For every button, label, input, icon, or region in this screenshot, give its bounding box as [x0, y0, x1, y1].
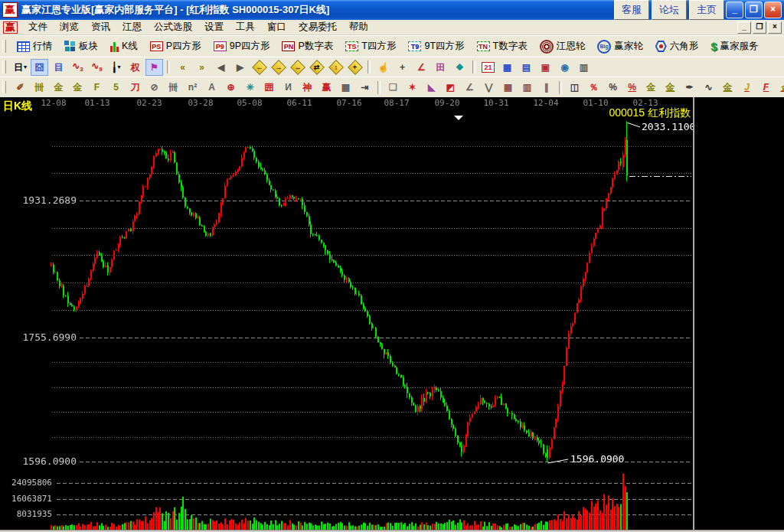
drag-hand-button[interactable]: ☝	[374, 59, 392, 76]
gold-circle-button[interactable]: 金	[642, 79, 660, 96]
zigzag-tool-button[interactable]: И	[279, 79, 297, 96]
expand-horizontal-button[interactable]: ↔	[289, 59, 306, 76]
wave-box-button[interactable]: ∿	[700, 79, 717, 96]
customer-service-button[interactable]: 客服	[614, 0, 649, 20]
ying-marker-button[interactable]: 赢	[318, 79, 335, 96]
menu-item-1[interactable]: 浏览	[54, 19, 85, 35]
toolbar-box-button-5[interactable]: PNP数字表	[276, 38, 339, 54]
expand-vertical-button[interactable]: ↕	[327, 59, 345, 76]
expand-x-button[interactable]: →	[270, 59, 287, 76]
gold-pyramid-a-button[interactable]: 金	[50, 79, 67, 96]
toolbar-dollar-button-12[interactable]: $赢家服务	[704, 38, 764, 54]
red-grid-box-button[interactable]: 囲	[260, 79, 278, 96]
toolbar-box-button-4[interactable]: P99P四方形	[207, 38, 276, 54]
ray-fan-button[interactable]: ✶	[403, 79, 421, 96]
gann-fan-button[interactable]: ◣	[423, 79, 440, 96]
parallel-lines-button[interactable]: ∥	[537, 79, 555, 96]
toolbar-box-button-6[interactable]: TST四方形	[339, 38, 402, 54]
toolbar-bigwheel-button-10[interactable]: Big赢家轮	[591, 38, 649, 55]
prev-screen-button[interactable]: ◀	[212, 59, 230, 76]
menu-item-3[interactable]: 江恩	[116, 19, 148, 35]
calculator-button[interactable]: ▦	[498, 59, 516, 76]
bar-dots-button[interactable]: ◫	[566, 79, 583, 96]
n-square-button[interactable]: n²	[184, 79, 201, 96]
shrink-x-button[interactable]: ←	[250, 59, 268, 76]
child-minimize-button[interactable]: _	[737, 21, 751, 34]
toolbar-grip[interactable]	[2, 40, 6, 54]
toolbar-box-button-8[interactable]: TNT数字表	[471, 38, 534, 54]
menu-item-8[interactable]: 交易委托	[292, 19, 343, 35]
width-arrow-button[interactable]: ⇥	[356, 79, 374, 96]
calendar-button[interactable]: 21	[479, 59, 497, 76]
save-image-button[interactable]: ▣	[537, 59, 554, 76]
candle-style-selector-button[interactable]: ╽▾	[107, 59, 125, 76]
menu-item-6[interactable]: 工具	[230, 19, 261, 35]
menu-item-9[interactable]: 帮助	[343, 19, 374, 35]
f-tool-button[interactable]: F	[88, 79, 106, 96]
menu-item-7[interactable]: 窗口	[261, 19, 292, 35]
shen-marker-button[interactable]: 神	[299, 79, 316, 96]
toolbar-candles-button-2[interactable]: K线	[104, 38, 144, 54]
title-bar[interactable]: 赢 赢家江恩专业版[赢家内部服务平台] - [红利指数 SH000015-307…	[0, 0, 784, 20]
toolbar-hexagon-button-11[interactable]: 六角形	[649, 38, 705, 54]
a-marker-button[interactable]: A	[203, 79, 220, 96]
angle-f-button[interactable]: F	[757, 79, 775, 96]
toolbar-grip[interactable]	[2, 81, 6, 94]
toolbar-box-button-7[interactable]: T99T四方形	[402, 38, 470, 54]
red-knife-button[interactable]: 刀	[126, 79, 144, 96]
comb-lines-2-button[interactable]: 卌	[165, 79, 182, 96]
percent-line-button[interactable]: %	[623, 79, 641, 96]
toolbar-box-button-3[interactable]: PSP四方形	[144, 38, 207, 54]
realtime-graph-toggle-button[interactable]: 囧	[31, 59, 48, 76]
restore-rights-button[interactable]: 权	[126, 59, 144, 76]
gold-pyramid-b-button[interactable]: 金	[69, 79, 87, 96]
menu-item-2[interactable]: 资讯	[85, 19, 116, 35]
print-button[interactable]: ▥	[575, 59, 593, 76]
minimize-button[interactable]: _	[726, 2, 743, 18]
swap-view-button[interactable]: ⇄	[308, 59, 325, 76]
comb-lines-button[interactable]: 卌	[31, 79, 48, 96]
angle-gold-button[interactable]: 金	[776, 79, 784, 96]
last-screen-button[interactable]: »	[193, 59, 211, 76]
restore-button[interactable]: ❐	[745, 2, 763, 18]
grid-a-button[interactable]: ▦	[499, 79, 517, 96]
toolbar-wheel-button-9[interactable]: 江恩轮	[534, 38, 592, 55]
percent-button[interactable]: %	[604, 79, 622, 96]
menu-item-0[interactable]: 文件	[22, 19, 54, 35]
menu-item-4[interactable]: 公式选股	[148, 19, 198, 35]
child-close-button[interactable]: ×	[768, 21, 782, 34]
next-screen-button[interactable]: ▶	[231, 59, 249, 76]
pen-ink-button[interactable]: ✒	[681, 79, 698, 96]
gann-grid-tool-button[interactable]: 田	[432, 59, 449, 76]
v-lines-button[interactable]: ⋁	[480, 79, 498, 96]
notepad-button[interactable]: ▤	[518, 59, 535, 76]
frame-tool-button[interactable]: ❏	[384, 79, 402, 96]
pattern-tool-button[interactable]: ❖	[451, 59, 469, 76]
info-list-button[interactable]: 目	[50, 59, 67, 76]
wave-9-button[interactable]: ∿9	[88, 59, 106, 76]
kline-canvas[interactable]	[0, 97, 693, 530]
homepage-button[interactable]: 主页	[689, 0, 724, 20]
angle-measure-button[interactable]: ∠	[413, 59, 430, 76]
grid-b-button[interactable]: ▥	[518, 79, 536, 96]
angle-lines-button[interactable]: ∠	[461, 79, 479, 96]
first-screen-button[interactable]: «	[174, 59, 191, 76]
shaded-fan-button[interactable]: ◩	[442, 79, 459, 96]
period-day-selector-button[interactable]: 日▾	[11, 59, 29, 76]
toolbar-grip[interactable]	[2, 60, 6, 73]
toolbar-blocks-button-1[interactable]: 板块	[58, 38, 104, 54]
gold-base-button[interactable]: 金	[719, 79, 737, 96]
web-export-button[interactable]: ◉	[556, 59, 573, 76]
locate-bar-button[interactable]: +	[346, 59, 364, 76]
gold-line-button[interactable]: 金	[662, 79, 679, 96]
knife-line-button[interactable]: ✐	[11, 79, 29, 96]
wave-3-button[interactable]: ∿3	[69, 59, 87, 76]
forum-button[interactable]: 论坛	[652, 0, 687, 20]
close-button[interactable]: ×	[764, 2, 782, 18]
flag-mark-button[interactable]: ⚑	[145, 59, 163, 76]
crosshair-button[interactable]: +	[394, 59, 411, 76]
star-wheel-button[interactable]: ✳	[241, 79, 259, 96]
menu-item-5[interactable]: 设置	[198, 19, 230, 35]
percent-slash-button[interactable]: ％	[585, 79, 603, 96]
angle-j-button[interactable]: J	[738, 79, 756, 96]
